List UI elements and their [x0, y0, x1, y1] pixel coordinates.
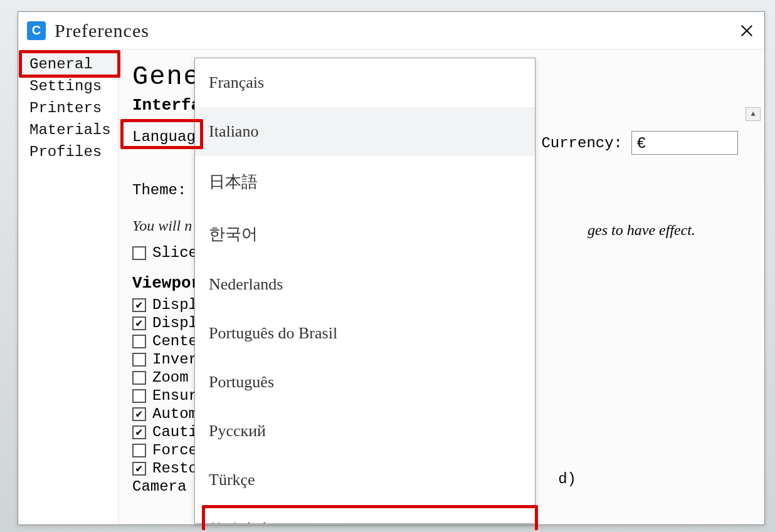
language-option[interactable]: 简体中文: [195, 504, 535, 524]
sidebar-item-materials[interactable]: Materials: [18, 119, 118, 141]
language-dropdown[interactable]: FrançaisItaliano日本語한국어NederlandsPortuguê…: [194, 58, 535, 524]
trail-d: d): [558, 471, 576, 488]
currency-label: Currency:: [541, 135, 623, 152]
scroll-up-icon[interactable]: ▲: [746, 107, 761, 121]
viewport-checkbox[interactable]: [132, 425, 146, 439]
restart-hint-left: You will n: [132, 217, 192, 234]
sidebar-item-settings[interactable]: Settings: [18, 75, 118, 97]
currency-input[interactable]: [631, 131, 738, 155]
checkbox-slice[interactable]: [132, 246, 146, 260]
close-icon: [740, 24, 754, 38]
sidebar-item-general[interactable]: General: [18, 53, 118, 75]
titlebar: C Preferences: [18, 12, 764, 50]
language-option[interactable]: 한국어: [195, 208, 535, 260]
language-option[interactable]: Français: [195, 58, 535, 107]
scrollbar[interactable]: ▲: [746, 107, 761, 128]
language-option[interactable]: Türkçe: [195, 456, 535, 504]
restart-hint-right: ges to have effect.: [588, 222, 695, 239]
sidebar-item-printers[interactable]: Printers: [18, 97, 118, 119]
language-option[interactable]: Português: [195, 358, 535, 407]
close-button[interactable]: [738, 22, 756, 39]
viewport-checkbox[interactable]: [132, 389, 146, 403]
app-icon: C: [27, 21, 46, 40]
viewport-checkbox[interactable]: [132, 353, 146, 367]
viewport-checkbox[interactable]: [132, 335, 146, 348]
language-option[interactable]: Nederlands: [195, 260, 535, 309]
viewport-checkbox[interactable]: [132, 371, 146, 385]
viewport-checkbox[interactable]: [132, 462, 146, 476]
language-option[interactable]: 日本語: [195, 156, 535, 208]
viewport-checkbox[interactable]: [132, 444, 146, 457]
sidebar-item-profiles[interactable]: Profiles: [18, 141, 118, 163]
sidebar: General Settings Printers Materials Prof…: [18, 50, 119, 524]
language-option[interactable]: Русский: [195, 407, 535, 456]
viewport-checkbox[interactable]: [132, 298, 146, 312]
language-option[interactable]: Italiano: [195, 107, 535, 156]
viewport-checkbox[interactable]: [132, 316, 146, 330]
window-title: Preferences: [55, 20, 149, 41]
viewport-checkbox[interactable]: [132, 407, 146, 421]
language-option[interactable]: Português do Brasil: [195, 309, 535, 358]
